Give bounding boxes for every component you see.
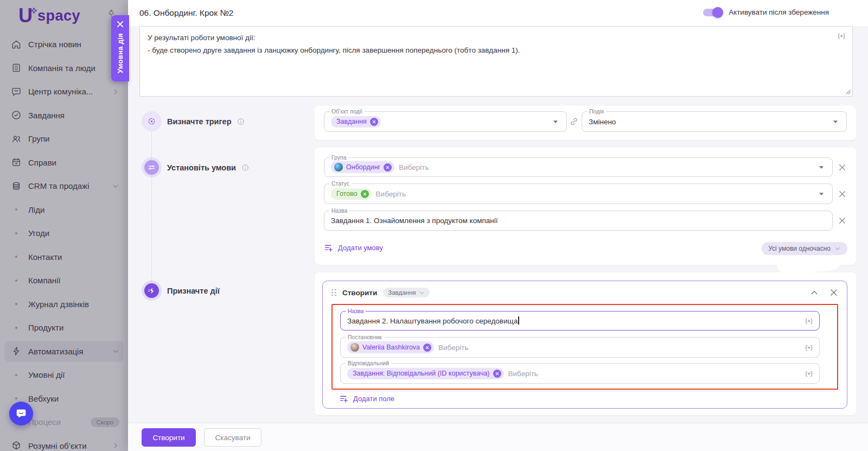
field-label: Відповідальний [346,360,391,367]
add-field-button[interactable]: Додати поле [339,394,394,403]
description-textarea[interactable]: У результаті роботи умовної дії: - буде … [139,26,853,97]
close-icon[interactable] [116,20,124,28]
description-line: У результаті роботи умовної дії: [148,31,831,44]
drawer-tab-label: Умовна дія [116,33,124,73]
condition-status-field[interactable]: Статус Готово Виберіть [324,183,833,204]
field-label: Назва [329,207,349,214]
chip-label: Завдання: Відповідальний (ID користувача… [353,370,490,377]
chevron-down-icon[interactable] [551,117,560,126]
chevron-down-icon[interactable] [831,117,840,126]
trigger-card: Об’єкт події Завдання Подія Змінено [315,106,856,140]
remove-condition-icon[interactable] [837,215,847,226]
remove-chip-icon[interactable] [493,370,501,378]
toggle-knob [712,7,723,18]
field-label: Назва [346,308,366,315]
conditions-step-icon [144,160,159,175]
steps-connector-line [151,132,152,282]
action-verb: Створити [342,289,377,297]
field-placeholder: Виберіть [438,344,468,352]
field-label: Постановник [346,334,384,341]
remove-chip-icon[interactable] [370,118,378,126]
conditional-action-drawer: Умовна дія 06. Онбординг. Крок №2 Активу… [128,0,868,451]
status-chip: Готово [331,188,372,200]
chevron-down-icon [419,290,425,296]
field-label: Група [329,154,349,161]
drawer-footer: Створити Скасувати [128,423,868,451]
chevron-down-icon[interactable] [817,163,826,171]
conditions-mode-select[interactable]: Усі умови одночасно [762,242,847,255]
modal-backdrop[interactable] [0,0,128,451]
field-placeholder: Виберіть [376,190,406,198]
activate-toggle-group: Активувати після збереження [703,8,829,16]
field-label: Статус [329,180,352,187]
page-title: 06. Онбординг. Крок №2 [139,8,233,18]
sidebar: U spacy Стрічка новин Компанія та люди Ц… [0,0,128,451]
field-value: Змінено [589,118,616,126]
chip-label: Готово [336,190,358,198]
user-avatar [350,343,359,352]
create-button[interactable]: Створити [142,428,196,447]
group-avatar [334,163,343,171]
collapse-icon[interactable] [810,288,819,297]
insert-variable-icon[interactable]: {+} [805,344,813,351]
actions-card: Створити Завдання Назва Завдання 2. Нала… [315,272,856,415]
remove-condition-icon[interactable] [837,188,847,199]
insert-variable-icon[interactable]: {+} [805,317,813,324]
drawer-header: 06. Онбординг. Крок №2 Активувати після … [128,0,868,26]
cancel-button[interactable]: Скасувати [204,428,261,447]
action-author-field[interactable]: Постановник Valeriia Bashkirova Виберіть… [340,337,820,358]
insert-variable-icon[interactable]: {+} [838,30,845,42]
responsible-chip: Завдання: Відповідальний (ID користувача… [347,368,504,379]
conditions-card: Група Онбординг Виберіть Статус Готово В… [315,148,856,265]
drawer-side-tab[interactable]: Умовна дія [111,15,129,81]
field-placeholder: Виберіть [399,163,429,171]
action-header: Створити Завдання [323,281,847,304]
field-label: Подія [587,108,606,115]
drag-handle-icon[interactable] [331,289,336,296]
remove-chip-icon[interactable] [423,344,431,352]
remove-chip-icon[interactable] [384,163,392,171]
activate-toggle[interactable] [703,9,722,16]
link-icon [569,117,579,126]
action-item-card: Створити Завдання Назва Завдання 2. Нала… [322,281,847,409]
group-chip: Онбординг [331,161,394,173]
chat-bubble-icon [15,407,28,420]
insert-variable-icon[interactable]: {+} [805,370,813,377]
resize-handle[interactable] [845,89,851,94]
chevron-down-icon [834,245,841,252]
action-entity-select[interactable]: Завдання [383,288,429,297]
chevron-down-icon[interactable] [817,189,826,198]
actions-step-icon [144,283,159,298]
info-icon[interactable] [241,163,250,172]
action-responsible-field[interactable]: Відповідальний Завдання: Відповідальний … [340,363,820,384]
conditions-step-label: Установіть умови [167,163,250,172]
activate-toggle-label: Активувати після збереження [729,8,829,16]
condition-group-field[interactable]: Група Онбординг Виберіть [324,157,833,177]
field-value: Завдання 2. Налаштування робочого середо… [347,316,519,325]
remove-condition-icon[interactable] [837,162,847,173]
chat-fab[interactable] [9,402,33,425]
action-name-field[interactable]: Назва Завдання 2. Налаштування робочого … [340,311,820,331]
add-filter-icon [324,243,333,252]
description-line: - буде створено друге завдання із ланцюж… [148,44,831,56]
trigger-step-label: Визначте тригер [167,117,245,126]
field-placeholder: Виберіть [508,370,538,378]
event-object-field[interactable]: Об’єкт події Завдання [324,111,567,132]
text-caret [518,316,519,325]
remove-chip-icon[interactable] [361,190,369,198]
chip-label: Онбординг [346,163,380,171]
action-controls [810,288,838,297]
chip-label: Valeriia Bashkirova [362,344,420,351]
close-icon[interactable] [829,288,838,297]
condition-name-field[interactable]: Назва Завдання 1. Ознайомлення з продукт… [324,211,833,231]
field-value: Завдання 1. Ознайомлення з продуктом ком… [331,217,498,225]
chip-label: Завдання [336,118,367,125]
actions-step-label: Призначте дії [167,287,220,295]
highlighted-fields-outline: Назва Завдання 2. Налаштування робочого … [331,304,838,390]
field-label: Об’єкт події [329,108,365,115]
add-condition-button[interactable]: Додати умову [324,243,383,252]
author-chip: Valeriia Bashkirova [347,341,434,353]
event-type-field[interactable]: Подія Змінено [582,111,847,132]
trigger-step-icon [144,114,159,129]
info-icon[interactable] [237,117,245,126]
